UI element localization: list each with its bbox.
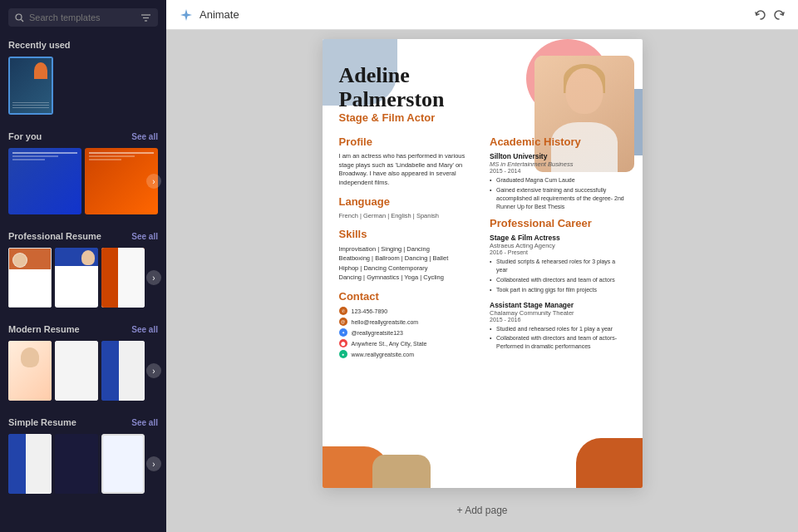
col-right: Academic History Sillton University MS i… <box>490 135 628 361</box>
contact-section-title: Contact <box>339 290 477 303</box>
skills-body: Improvisation | Singing | Dancing Beatbo… <box>339 244 477 282</box>
canvas-area: Adeline Palmerston Stage & Film Actor Pr… <box>166 30 798 532</box>
undo-icon[interactable] <box>755 9 766 21</box>
recently-used-grid <box>0 53 166 118</box>
search-icon <box>15 13 24 22</box>
for-you-grid: › <box>0 145 166 218</box>
professional-resume-header: Professional Resume See all <box>0 228 166 244</box>
sparkle-icon <box>180 8 193 22</box>
recently-used-label: Recently used <box>8 40 71 50</box>
career-year-2: 2015 - 2016 <box>490 317 628 323</box>
career-bullet-1-2: Collaborated with directors and team of … <box>490 276 628 284</box>
career-bullet-1-1: Studied scripts & rehearsed roles for 3 … <box>490 258 628 274</box>
name-line1: Adeline <box>339 64 628 88</box>
simple-resume-see-all[interactable]: See all <box>131 418 158 427</box>
pro-item-3[interactable] <box>101 248 145 308</box>
modern-item-3[interactable] <box>101 341 145 401</box>
col-left: Profile I am an actress who has performe… <box>339 135 477 361</box>
for-you-label: For you <box>8 131 42 141</box>
for-you-item-1[interactable] <box>8 148 81 214</box>
top-bar: Animate <box>166 0 798 30</box>
main-area: Animate <box>166 0 798 532</box>
for-you-see-all[interactable]: See all <box>131 132 158 141</box>
recently-used-header: Recently used <box>0 37 166 53</box>
simple-item-3[interactable] <box>101 434 145 494</box>
add-page-label: + Add page <box>456 505 507 516</box>
career-bullet-1-3: Took part in acting gigs for film projec… <box>490 286 628 294</box>
academic-institution: Sillton University <box>490 152 628 160</box>
career-title-2: Assistant Stage Manager <box>490 301 628 309</box>
professional-resume-see-all[interactable]: See all <box>131 232 158 241</box>
career-title-1: Stage & Film Actress <box>490 234 628 242</box>
modern-item-1[interactable] <box>8 341 52 401</box>
career-company-2: Chalamay Community Theater <box>490 309 628 317</box>
modern-item-2[interactable] <box>55 341 98 401</box>
professional-resume-label: Professional Resume <box>8 231 101 241</box>
career-company-1: Astraeus Acting Agency <box>490 242 628 249</box>
career-year-1: 2016 - Present <box>490 249 628 255</box>
professional-resume-section: Professional Resume See all <box>0 223 166 316</box>
pro-item-2[interactable] <box>55 248 98 308</box>
svg-marker-5 <box>180 9 192 21</box>
career-block-1: Stage & Film Actress Astraeus Acting Age… <box>490 234 628 293</box>
modern-resume-section: Modern Resume See all › <box>0 316 166 409</box>
resume-columns: Profile I am an actress who has performe… <box>339 135 628 361</box>
career-bullets-2: Studied and rehearsed roles for 1 play a… <box>490 325 628 351</box>
redo-icon[interactable] <box>773 9 785 21</box>
simple-item-2[interactable] <box>55 434 98 494</box>
for-you-section: For you See all › <box>0 123 166 223</box>
academic-bullet-1: Graduated Magna Cum Laude <box>490 176 628 185</box>
svg-point-0 <box>16 14 22 20</box>
simple-resume-label: Simple Resume <box>8 417 76 427</box>
simple-resume-grid: › <box>0 431 166 497</box>
name-area: Adeline Palmerston Stage & Film Actor <box>339 64 628 124</box>
simple-resume-chevron[interactable]: › <box>146 456 161 471</box>
simple-resume-header: Simple Resume See all <box>0 414 166 431</box>
top-bar-actions <box>755 9 785 21</box>
academic-degree: MS in Entertainment Business <box>490 160 628 168</box>
career-bullet-2-2: Collaborated with directors and team of … <box>490 334 628 351</box>
social-icon: ✦ <box>339 328 347 337</box>
career-bullet-2-1: Studied and rehearsed roles for 1 play a… <box>490 325 628 333</box>
contact-website: ● www.reallygreatsite.com <box>339 350 477 358</box>
shape-tan-bottom <box>372 455 431 488</box>
career-bullets-1: Studied scripts & rehearsed roles for 3 … <box>490 258 628 293</box>
academic-year: 2015 - 2014 <box>490 168 628 174</box>
profile-body: I am an actress who has performed in var… <box>339 152 477 187</box>
modern-resume-grid: › <box>0 337 166 404</box>
shape-orange-right-bottom <box>576 438 643 488</box>
academic-section-title: Academic History <box>490 135 628 148</box>
add-page-button[interactable]: + Add page <box>456 505 507 516</box>
recently-used-thumb-1[interactable] <box>8 57 53 115</box>
pro-item-1[interactable] <box>8 248 52 308</box>
modern-resume-chevron[interactable]: › <box>146 363 161 378</box>
modern-resume-header: Modern Resume See all <box>0 321 166 337</box>
animate-label: Animate <box>200 8 239 21</box>
profile-section-title: Profile <box>339 135 477 148</box>
modern-resume-see-all[interactable]: See all <box>131 325 158 334</box>
language-body: French | German | English | Spanish <box>339 212 477 219</box>
simple-item-1[interactable] <box>8 434 52 494</box>
resume-content: Adeline Palmerston Stage & Film Actor Pr… <box>323 39 643 411</box>
website-icon: ● <box>339 350 347 358</box>
filter-icon[interactable] <box>140 13 151 22</box>
language-section-title: Language <box>339 195 477 208</box>
phone-icon: ✆ <box>339 307 347 315</box>
academic-block: Sillton University MS in Entertainment B… <box>490 152 628 210</box>
svg-line-1 <box>22 19 24 22</box>
career-block-2: Assistant Stage Manager Chalamay Communi… <box>490 301 628 351</box>
resume-card: Adeline Palmerston Stage & Film Actor Pr… <box>323 39 643 488</box>
add-page-bar: + Add page <box>450 498 514 523</box>
search-input[interactable] <box>29 12 135 22</box>
for-you-chevron[interactable]: › <box>146 174 161 189</box>
academic-bullets: Graduated Magna Cum Laude Gained extensi… <box>490 176 628 210</box>
search-bar[interactable] <box>8 8 158 27</box>
contact-social: ✦ @reallygreatsite123 <box>339 328 477 337</box>
academic-bullet-2: Gained extensive training and successful… <box>490 186 628 210</box>
contact-email: @ hello@reallygreatsite.com <box>339 318 477 326</box>
skills-section-title: Skills <box>339 228 477 240</box>
for-you-header: For you See all <box>0 128 166 145</box>
pro-resume-chevron[interactable]: › <box>146 270 161 285</box>
professional-resume-grid: › <box>0 244 166 311</box>
resume-title: Stage & Film Actor <box>339 111 628 124</box>
